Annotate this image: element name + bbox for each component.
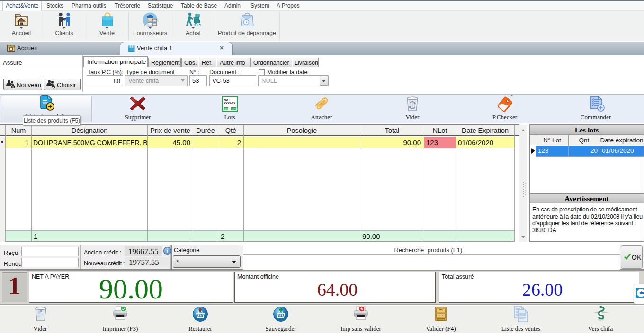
svg-text:LOT N0: LOT N0 [232,108,238,110]
svg-text:XXXX-XX: XXXX-XX [224,102,235,105]
svg-text:NO :: NO : [224,98,230,101]
svg-text:DATE: DATE [224,108,229,110]
